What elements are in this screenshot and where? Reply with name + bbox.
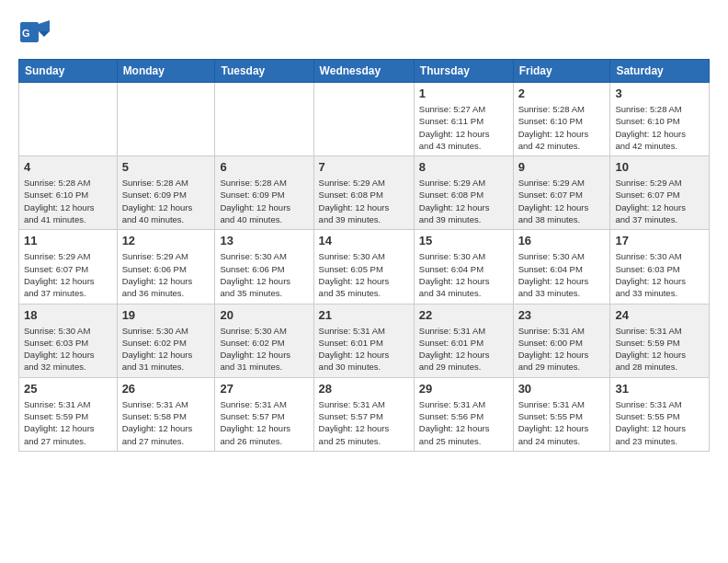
calendar-container: G SundayMondayTuesdayWednesdayThursdayFr…: [0, 0, 728, 466]
logo-icon: G: [18, 15, 53, 50]
calendar-cell: 20Sunrise: 5:30 AM Sunset: 6:02 PM Dayli…: [215, 304, 313, 377]
day-number: 10: [615, 160, 704, 174]
day-info: Sunrise: 5:31 AM Sunset: 5:55 PM Dayligh…: [615, 398, 704, 447]
calendar-cell: [215, 83, 313, 156]
calendar-cell: 2Sunrise: 5:28 AM Sunset: 6:10 PM Daylig…: [513, 83, 610, 156]
day-number: 6: [220, 160, 308, 174]
calendar-cell: [313, 83, 414, 156]
day-number: 20: [220, 308, 308, 322]
day-info: Sunrise: 5:30 AM Sunset: 6:03 PM Dayligh…: [615, 250, 704, 299]
calendar-cell: 16Sunrise: 5:30 AM Sunset: 6:04 PM Dayli…: [513, 230, 610, 304]
svg-text:G: G: [22, 28, 30, 39]
day-info: Sunrise: 5:29 AM Sunset: 6:08 PM Dayligh…: [419, 177, 508, 225]
calendar-cell: 22Sunrise: 5:31 AM Sunset: 6:01 PM Dayli…: [414, 304, 513, 377]
day-number: 1: [419, 86, 508, 100]
day-number: 18: [24, 308, 112, 322]
day-info: Sunrise: 5:30 AM Sunset: 6:02 PM Dayligh…: [122, 325, 210, 373]
calendar-row: 18Sunrise: 5:30 AM Sunset: 6:03 PM Dayli…: [19, 304, 710, 377]
calendar-cell: 14Sunrise: 5:30 AM Sunset: 6:05 PM Dayli…: [313, 230, 414, 304]
logo-wrapper: G: [18, 15, 57, 50]
day-number: 24: [615, 308, 704, 322]
day-number: 26: [122, 382, 210, 396]
day-info: Sunrise: 5:28 AM Sunset: 6:09 PM Dayligh…: [122, 177, 210, 225]
day-info: Sunrise: 5:28 AM Sunset: 6:10 PM Dayligh…: [518, 103, 606, 152]
svg-marker-3: [39, 31, 50, 37]
day-info: Sunrise: 5:30 AM Sunset: 6:05 PM Dayligh…: [319, 250, 409, 299]
calendar-cell: 29Sunrise: 5:31 AM Sunset: 5:56 PM Dayli…: [414, 377, 513, 451]
calendar-cell: 8Sunrise: 5:29 AM Sunset: 6:08 PM Daylig…: [414, 156, 513, 230]
day-info: Sunrise: 5:31 AM Sunset: 5:56 PM Dayligh…: [419, 398, 508, 447]
calendar-cell: 23Sunrise: 5:31 AM Sunset: 6:00 PM Dayli…: [513, 304, 610, 377]
day-info: Sunrise: 5:31 AM Sunset: 6:01 PM Dayligh…: [419, 325, 508, 373]
calendar-cell: 4Sunrise: 5:28 AM Sunset: 6:10 PM Daylig…: [19, 156, 118, 230]
day-number: 21: [319, 308, 409, 322]
header-cell-sunday: Sunday: [19, 60, 118, 83]
day-info: Sunrise: 5:31 AM Sunset: 5:59 PM Dayligh…: [615, 325, 704, 373]
day-info: Sunrise: 5:27 AM Sunset: 6:11 PM Dayligh…: [419, 103, 508, 152]
day-info: Sunrise: 5:28 AM Sunset: 6:09 PM Dayligh…: [220, 177, 308, 225]
calendar-cell: 26Sunrise: 5:31 AM Sunset: 5:58 PM Dayli…: [117, 377, 215, 451]
day-number: 23: [518, 308, 606, 322]
day-info: Sunrise: 5:31 AM Sunset: 5:59 PM Dayligh…: [24, 398, 112, 447]
day-info: Sunrise: 5:31 AM Sunset: 6:00 PM Dayligh…: [518, 325, 606, 373]
calendar-cell: 10Sunrise: 5:29 AM Sunset: 6:07 PM Dayli…: [610, 156, 710, 230]
day-info: Sunrise: 5:30 AM Sunset: 6:04 PM Dayligh…: [419, 250, 508, 299]
day-info: Sunrise: 5:29 AM Sunset: 6:08 PM Dayligh…: [319, 177, 409, 225]
calendar-body: 1Sunrise: 5:27 AM Sunset: 6:11 PM Daylig…: [19, 83, 710, 452]
calendar-cell: [19, 83, 118, 156]
day-number: 5: [122, 160, 210, 174]
calendar-row: 1Sunrise: 5:27 AM Sunset: 6:11 PM Daylig…: [19, 83, 710, 156]
day-number: 2: [518, 86, 606, 100]
day-number: 3: [615, 86, 704, 100]
day-number: 12: [122, 234, 210, 247]
calendar-table: SundayMondayTuesdayWednesdayThursdayFrid…: [18, 59, 710, 452]
day-info: Sunrise: 5:30 AM Sunset: 6:06 PM Dayligh…: [220, 250, 308, 299]
header-cell-tuesday: Tuesday: [215, 60, 313, 83]
day-info: Sunrise: 5:31 AM Sunset: 5:57 PM Dayligh…: [220, 398, 308, 447]
calendar-header: SundayMondayTuesdayWednesdayThursdayFrid…: [19, 60, 710, 83]
day-number: 19: [122, 308, 210, 322]
calendar-cell: 1Sunrise: 5:27 AM Sunset: 6:11 PM Daylig…: [414, 83, 513, 156]
calendar-cell: 11Sunrise: 5:29 AM Sunset: 6:07 PM Dayli…: [19, 230, 118, 304]
calendar-cell: 6Sunrise: 5:28 AM Sunset: 6:09 PM Daylig…: [215, 156, 313, 230]
header-cell-friday: Friday: [513, 60, 610, 83]
day-info: Sunrise: 5:31 AM Sunset: 5:57 PM Dayligh…: [319, 398, 409, 447]
calendar-cell: [117, 83, 215, 156]
calendar-cell: 12Sunrise: 5:29 AM Sunset: 6:06 PM Dayli…: [117, 230, 215, 304]
calendar-row: 4Sunrise: 5:28 AM Sunset: 6:10 PM Daylig…: [19, 156, 710, 230]
calendar-cell: 3Sunrise: 5:28 AM Sunset: 6:10 PM Daylig…: [610, 83, 710, 156]
day-info: Sunrise: 5:28 AM Sunset: 6:10 PM Dayligh…: [615, 103, 704, 152]
header-cell-monday: Monday: [117, 60, 215, 83]
calendar-cell: 18Sunrise: 5:30 AM Sunset: 6:03 PM Dayli…: [19, 304, 118, 377]
day-info: Sunrise: 5:30 AM Sunset: 6:03 PM Dayligh…: [24, 325, 112, 373]
day-number: 28: [319, 382, 409, 396]
day-number: 16: [518, 234, 606, 247]
calendar-cell: 30Sunrise: 5:31 AM Sunset: 5:55 PM Dayli…: [513, 377, 610, 451]
calendar-cell: 17Sunrise: 5:30 AM Sunset: 6:03 PM Dayli…: [610, 230, 710, 304]
calendar-cell: 19Sunrise: 5:30 AM Sunset: 6:02 PM Dayli…: [117, 304, 215, 377]
day-info: Sunrise: 5:29 AM Sunset: 6:06 PM Dayligh…: [122, 250, 210, 299]
day-number: 8: [419, 160, 508, 174]
calendar-cell: 28Sunrise: 5:31 AM Sunset: 5:57 PM Dayli…: [313, 377, 414, 451]
header: G: [18, 15, 710, 50]
day-number: 31: [615, 382, 704, 396]
svg-marker-2: [39, 20, 50, 31]
calendar-cell: 7Sunrise: 5:29 AM Sunset: 6:08 PM Daylig…: [313, 156, 414, 230]
day-number: 11: [24, 234, 112, 247]
day-info: Sunrise: 5:30 AM Sunset: 6:02 PM Dayligh…: [220, 325, 308, 373]
day-number: 9: [518, 160, 606, 174]
day-number: 15: [419, 234, 508, 247]
calendar-row: 25Sunrise: 5:31 AM Sunset: 5:59 PM Dayli…: [19, 377, 710, 451]
header-cell-saturday: Saturday: [610, 60, 710, 83]
calendar-cell: 13Sunrise: 5:30 AM Sunset: 6:06 PM Dayli…: [215, 230, 313, 304]
header-cell-thursday: Thursday: [414, 60, 513, 83]
day-number: 22: [419, 308, 508, 322]
calendar-cell: 5Sunrise: 5:28 AM Sunset: 6:09 PM Daylig…: [117, 156, 215, 230]
day-number: 25: [24, 382, 112, 396]
calendar-cell: 9Sunrise: 5:29 AM Sunset: 6:07 PM Daylig…: [513, 156, 610, 230]
day-number: 7: [319, 160, 409, 174]
day-number: 17: [615, 234, 704, 247]
header-cell-wednesday: Wednesday: [313, 60, 414, 83]
day-info: Sunrise: 5:28 AM Sunset: 6:10 PM Dayligh…: [24, 177, 112, 225]
day-info: Sunrise: 5:31 AM Sunset: 5:58 PM Dayligh…: [122, 398, 210, 447]
